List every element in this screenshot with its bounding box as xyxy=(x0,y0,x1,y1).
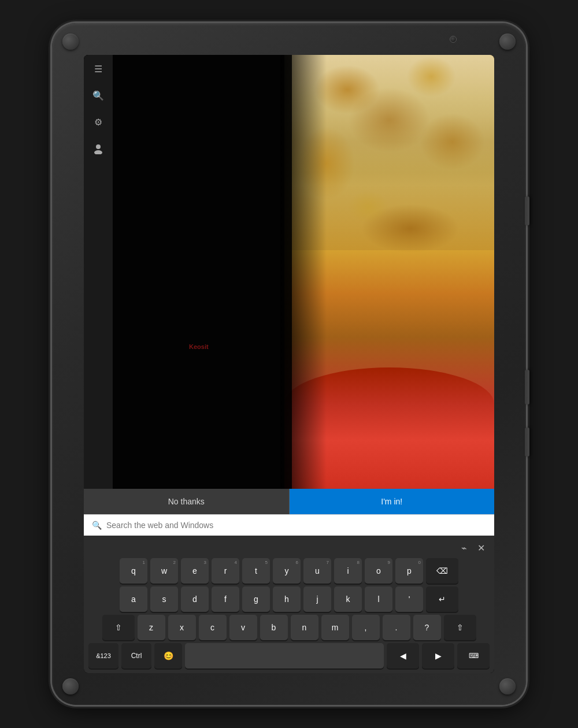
key-v[interactable]: v xyxy=(229,615,257,640)
svg-point-1 xyxy=(94,150,102,154)
search-bar[interactable]: 🔍 xyxy=(84,514,494,536)
search-icon[interactable]: 🔍 xyxy=(90,87,106,103)
key-e[interactable]: 3e xyxy=(181,558,209,584)
settings-icon[interactable]: ⚙ xyxy=(90,114,106,130)
corner-bump-br xyxy=(499,678,516,694)
keyboard-area: ⌁ ✕ 1q 2w 3e 4r 5t 6y 7u 8i 9o 0p xyxy=(84,536,494,673)
search-input[interactable] xyxy=(106,521,486,530)
key-space[interactable] xyxy=(185,643,384,668)
key-s[interactable]: s xyxy=(150,586,178,612)
volume-up-button[interactable] xyxy=(525,370,529,404)
key-apostrophe[interactable]: ' xyxy=(395,586,423,612)
key-z[interactable]: z xyxy=(138,615,165,640)
diagonal-cut xyxy=(280,55,326,489)
key-k[interactable]: k xyxy=(334,586,362,612)
key-backspace[interactable]: ⌫ xyxy=(426,558,458,584)
dark-overlay xyxy=(113,55,292,489)
screen-bezel: ☰ 🔍 ⚙ xyxy=(84,55,494,673)
im-in-button[interactable]: I'm in! xyxy=(290,489,495,514)
corner-bump-bl xyxy=(62,678,79,694)
watermark: Keosit xyxy=(189,343,209,350)
corner-bump-tr xyxy=(499,34,516,50)
key-p[interactable]: 0p xyxy=(395,558,423,584)
key-x[interactable]: x xyxy=(168,615,196,640)
key-shift-left[interactable]: ⇧ xyxy=(102,615,135,640)
account-icon[interactable] xyxy=(90,140,106,157)
key-r[interactable]: 4r xyxy=(212,558,239,584)
key-f[interactable]: f xyxy=(212,586,239,612)
key-i[interactable]: 8i xyxy=(334,558,362,584)
keyboard-bottom-row: &123 Ctrl 😊 ◀ ▶ ⌨ xyxy=(86,643,492,668)
key-ctrl[interactable]: Ctrl xyxy=(121,643,151,668)
key-u[interactable]: 7u xyxy=(303,558,331,584)
keyboard-toolbar: ⌁ ✕ xyxy=(86,539,492,558)
keyboard-row-2: a s d f g h j k l ' ↵ xyxy=(86,586,492,612)
keyboard-close-button[interactable]: ✕ xyxy=(475,541,487,555)
key-shift-right[interactable]: ⇧ xyxy=(444,615,476,640)
svg-point-0 xyxy=(96,144,101,149)
key-a[interactable]: a xyxy=(120,586,147,612)
menu-icon[interactable]: ☰ xyxy=(90,61,106,77)
key-y[interactable]: 6y xyxy=(273,558,301,584)
key-n[interactable]: n xyxy=(291,615,318,640)
key-keyboard[interactable]: ⌨ xyxy=(457,643,490,668)
key-g[interactable]: g xyxy=(242,586,270,612)
key-w[interactable]: 2w xyxy=(150,558,178,584)
key-q[interactable]: 1q xyxy=(120,558,147,584)
key-comma[interactable]: , xyxy=(352,615,380,640)
action-buttons: No thanks I'm in! xyxy=(84,489,494,514)
key-enter[interactable]: ↵ xyxy=(426,586,458,612)
key-j[interactable]: j xyxy=(303,586,331,612)
key-symbols[interactable]: &123 xyxy=(88,643,118,668)
watermark-text: Keosit xyxy=(189,343,209,350)
corner-bump-tl xyxy=(62,34,79,50)
search-magnifier-icon: 🔍 xyxy=(92,521,102,530)
key-b[interactable]: b xyxy=(260,615,288,640)
content-area: Keosit xyxy=(113,55,494,489)
key-period[interactable]: . xyxy=(383,615,410,640)
key-c[interactable]: c xyxy=(199,615,227,640)
power-button[interactable] xyxy=(525,196,529,225)
volume-down-button[interactable] xyxy=(525,428,529,456)
key-prev[interactable]: ◀ xyxy=(387,643,419,668)
key-question[interactable]: ? xyxy=(413,615,441,640)
front-camera xyxy=(450,36,457,43)
bottom-bar: No thanks I'm in! 🔍 ⌁ ✕ xyxy=(84,489,494,673)
key-next[interactable]: ▶ xyxy=(422,643,454,668)
key-l[interactable]: l xyxy=(365,586,392,612)
key-m[interactable]: m xyxy=(321,615,349,640)
keyboard-row-3: ⇧ z x c v b n m , . ? ⇧ xyxy=(86,615,492,640)
key-o[interactable]: 9o xyxy=(365,558,392,584)
key-d[interactable]: d xyxy=(181,586,209,612)
key-h[interactable]: h xyxy=(273,586,301,612)
tablet-device: ☰ 🔍 ⚙ xyxy=(52,23,526,705)
key-emoji[interactable]: 😊 xyxy=(154,643,182,668)
sidebar: ☰ 🔍 ⚙ xyxy=(84,55,113,489)
no-thanks-button[interactable]: No thanks xyxy=(84,489,290,514)
key-t[interactable]: 5t xyxy=(242,558,270,584)
top-area: ☰ 🔍 ⚙ xyxy=(84,55,494,489)
keyboard-row-1: 1q 2w 3e 4r 5t 6y 7u 8i 9o 0p ⌫ xyxy=(86,558,492,584)
keyboard-minimize-button[interactable]: ⌁ xyxy=(459,541,469,555)
screen: ☰ 🔍 ⚙ xyxy=(84,55,494,673)
